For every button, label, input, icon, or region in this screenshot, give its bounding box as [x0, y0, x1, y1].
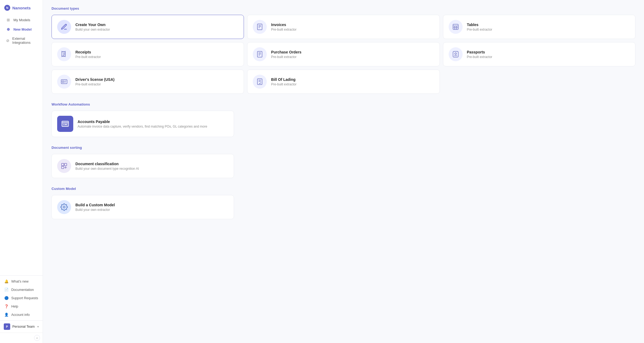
card-text-tables: Tables Pre-built extractor [467, 23, 630, 31]
workflow-grid: Accounts Payable Automate invoice data c… [52, 111, 234, 137]
card-text-receipts: Receipts Pre-built extractor [75, 50, 238, 59]
svg-rect-4 [453, 24, 458, 30]
collapse-area: « [0, 333, 43, 343]
card-subtitle-invoices: Pre-built extractor [271, 28, 434, 31]
card-title-passports: Passports [467, 50, 630, 54]
sorting-grid: Document classification Build your own d… [52, 154, 234, 178]
card-subtitle-accounts-payable: Automate invoice data capture, verify ve… [78, 125, 228, 128]
card-invoices[interactable]: Invoices Pre-built extractor [247, 15, 440, 39]
main-content: Document types Create Your Own Build you… [43, 0, 644, 343]
sidebar-item-support-requests[interactable]: 🔵 Support Requests [0, 294, 43, 302]
card-build-custom-model[interactable]: Build a Custom Model Build your own extr… [52, 195, 234, 219]
sidebar-item-new-model[interactable]: ⊕ New Model [2, 25, 41, 34]
card-subtitle-create-your-own: Build your own extractor [75, 28, 238, 31]
purchase-orders-icon [253, 47, 267, 61]
create-your-own-icon [57, 20, 71, 34]
sorting-section: Document sorting Document classification… [52, 146, 635, 178]
document-types-grid: Create Your Own Build your own extractor… [52, 15, 635, 94]
card-text-bill-of-lading: Bill Of Lading Pre-built extractor [271, 77, 434, 86]
sidebar-label-new-model: New Model [13, 27, 32, 31]
card-title-document-classification: Document classification [75, 162, 228, 166]
documentation-icon: 📄 [4, 288, 9, 292]
workflow-section: Workflow Automations Accounts Payable Au… [52, 102, 635, 137]
svg-rect-31 [64, 163, 67, 166]
sorting-title: Document sorting [52, 146, 635, 150]
svg-rect-26 [62, 121, 69, 127]
card-title-receipts: Receipts [75, 50, 238, 54]
team-avatar: P [4, 323, 10, 330]
card-title-accounts-payable: Accounts Payable [78, 120, 228, 124]
card-create-your-own[interactable]: Create Your Own Build your own extractor [52, 15, 244, 39]
workflow-title: Workflow Automations [52, 102, 635, 106]
account-info-icon: 👤 [4, 313, 9, 317]
sidebar-label-whats-new: What's new [11, 280, 28, 283]
document-types-title: Document types [52, 6, 635, 10]
bill-of-lading-icon [253, 75, 267, 89]
tables-icon [449, 20, 463, 34]
card-text-build-custom-model: Build a Custom Model Build your own extr… [75, 203, 228, 212]
card-document-classification[interactable]: Document classification Build your own d… [52, 154, 234, 178]
card-subtitle-bill-of-lading: Pre-built extractor [271, 82, 434, 86]
sidebar-item-my-models[interactable]: ⊞ My Models [2, 15, 41, 24]
accounts-payable-icon [57, 116, 73, 132]
card-title-purchase-orders: Purchase Orders [271, 50, 434, 54]
svg-point-33 [63, 206, 65, 208]
svg-rect-30 [61, 163, 64, 166]
card-drivers-license[interactable]: Driver's license (USA) Pre-built extract… [52, 70, 244, 94]
svg-point-20 [62, 81, 64, 83]
sidebar: N Nanonets ⊞ My Models ⊕ New Model ⊘ Ext… [0, 0, 43, 343]
collapse-button[interactable]: « [34, 335, 40, 341]
whats-new-icon: 🔔 [4, 279, 9, 283]
drivers-license-icon [57, 75, 71, 89]
document-classification-icon [57, 159, 71, 173]
receipts-icon [57, 47, 71, 61]
sidebar-item-account-info[interactable]: 👤 Account info [0, 310, 43, 319]
card-accounts-payable[interactable]: Accounts Payable Automate invoice data c… [52, 111, 234, 137]
card-title-create-your-own: Create Your Own [75, 23, 238, 27]
chevron-down-icon: ▾ [37, 325, 39, 328]
sidebar-label-documentation: Documentation [11, 288, 34, 292]
svg-point-17 [455, 53, 456, 55]
sidebar-item-whats-new[interactable]: 🔔 What's new [0, 277, 43, 286]
card-title-drivers-license: Driver's license (USA) [75, 77, 238, 82]
svg-rect-12 [258, 51, 262, 57]
sidebar-item-documentation[interactable]: 📄 Documentation [0, 286, 43, 294]
sidebar-bottom: 🔔 What's new 📄 Documentation 🔵 Support R… [0, 275, 43, 320]
sidebar-label-help: Help [11, 305, 18, 308]
sidebar-team[interactable]: P Personal Team ▾ [0, 320, 43, 333]
card-text-drivers-license: Driver's license (USA) Pre-built extract… [75, 77, 238, 86]
card-purchase-orders[interactable]: Purchase Orders Pre-built extractor [247, 42, 440, 66]
help-icon: ❓ [4, 304, 9, 308]
logo[interactable]: N Nanonets [0, 0, 43, 14]
card-text-invoices: Invoices Pre-built extractor [271, 23, 434, 31]
invoices-icon [253, 20, 267, 34]
document-types-section: Document types Create Your Own Build you… [52, 6, 635, 94]
card-subtitle-purchase-orders: Pre-built extractor [271, 55, 434, 59]
card-subtitle-tables: Pre-built extractor [467, 28, 630, 31]
card-passports[interactable]: Passports Pre-built extractor [443, 42, 635, 66]
card-title-invoices: Invoices [271, 23, 434, 27]
team-label: Personal Team [12, 325, 35, 328]
card-text-create-your-own: Create Your Own Build your own extractor [75, 23, 238, 31]
sidebar-item-help[interactable]: ❓ Help [0, 302, 43, 310]
card-receipts[interactable]: Receipts Pre-built extractor [52, 42, 244, 66]
card-bill-of-lading[interactable]: Bill Of Lading Pre-built extractor [247, 70, 440, 94]
card-tables[interactable]: Tables Pre-built extractor [443, 15, 635, 39]
card-text-passports: Passports Pre-built extractor [467, 50, 630, 59]
card-title-build-custom-model: Build a Custom Model [75, 203, 228, 207]
sidebar-label-external-integrations: External Integrations [12, 37, 37, 45]
card-subtitle-document-classification: Build your own document type recognition… [75, 167, 228, 171]
logo-icon: N [4, 5, 10, 11]
support-requests-icon: 🔵 [4, 296, 9, 300]
card-subtitle-passports: Pre-built extractor [467, 55, 630, 59]
card-subtitle-build-custom-model: Build your own extractor [75, 208, 228, 212]
passports-icon [449, 47, 463, 61]
logo-text: Nanonets [12, 6, 31, 10]
card-text-document-classification: Document classification Build your own d… [75, 162, 228, 171]
svg-rect-0 [258, 24, 262, 30]
sidebar-label-account-info: Account info [11, 313, 30, 317]
card-subtitle-receipts: Pre-built extractor [75, 55, 238, 59]
card-text-purchase-orders: Purchase Orders Pre-built extractor [271, 50, 434, 59]
sidebar-item-external-integrations[interactable]: ⊘ External Integrations [2, 34, 41, 47]
custom-model-grid: Build a Custom Model Build your own extr… [52, 195, 234, 219]
